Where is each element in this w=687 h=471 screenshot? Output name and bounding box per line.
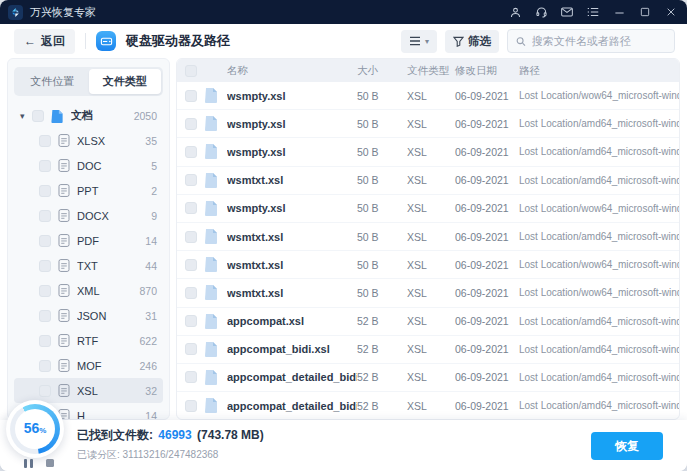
table-row[interactable]: wsmpty.xsl50 BXSL06-09-2021Lost Location… xyxy=(177,82,679,110)
col-header-type[interactable]: 文件类型 xyxy=(407,64,455,78)
file-type: XSL xyxy=(407,174,455,186)
table-row[interactable]: appcompat_detailed_bidi.txt52 BXSL06-09-… xyxy=(177,392,679,420)
feedback-list-icon[interactable] xyxy=(587,6,599,18)
checkbox[interactable] xyxy=(39,335,51,347)
table-row[interactable]: appcompat.xsl52 BXSL06-09-2021Lost Locat… xyxy=(177,308,679,336)
tree-item-ppt[interactable]: PPT2 xyxy=(14,178,163,203)
minimize-icon[interactable] xyxy=(613,6,625,18)
checkbox[interactable] xyxy=(185,174,197,186)
back-arrow-icon: ← xyxy=(24,34,36,48)
file-type: XSL xyxy=(407,259,455,271)
file-icon xyxy=(205,285,227,300)
table-row[interactable]: wsmtxt.xsl50 BXSL06-09-2021Lost Location… xyxy=(177,279,679,307)
checkbox[interactable] xyxy=(185,287,197,299)
checkbox[interactable] xyxy=(185,231,197,243)
file-size: 52 B xyxy=(357,400,407,412)
search-input[interactable] xyxy=(532,35,666,47)
tree-item-xml[interactable]: XML870 xyxy=(14,278,163,303)
checkbox[interactable] xyxy=(185,118,197,130)
back-button[interactable]: ← 返回 xyxy=(14,29,75,54)
close-icon[interactable] xyxy=(665,6,677,18)
checkbox[interactable] xyxy=(185,259,197,271)
tree-item-rtf[interactable]: RTF622 xyxy=(14,328,163,353)
file-size: 50 B xyxy=(357,146,407,158)
tree-item-count: 14 xyxy=(145,235,157,247)
file-type-icon xyxy=(58,159,70,172)
checkbox[interactable] xyxy=(185,90,197,102)
checkbox[interactable] xyxy=(185,400,197,412)
table-row[interactable]: wsmpty.xsl50 BXSL06-09-2021Lost Location… xyxy=(177,110,679,138)
checkbox[interactable] xyxy=(185,371,197,383)
file-date: 06-09-2021 xyxy=(455,231,519,243)
col-header-date[interactable]: 修改日期 xyxy=(455,64,519,78)
tree-item-docx[interactable]: DOCX9 xyxy=(14,203,163,228)
file-date: 06-09-2021 xyxy=(455,90,519,102)
checkbox[interactable] xyxy=(185,202,197,214)
search-box[interactable] xyxy=(507,29,675,53)
tree-item-count: 5 xyxy=(151,160,157,172)
checkbox[interactable] xyxy=(185,146,197,158)
file-path: Lost Location/amd64_microsoft-wind... xyxy=(519,316,679,327)
tree-item-count: 44 xyxy=(145,260,157,272)
col-header-name[interactable]: 名称 xyxy=(227,64,357,78)
checkbox[interactable] xyxy=(39,385,51,397)
file-icon xyxy=(205,201,227,216)
table-row[interactable]: wsmpty.xsl50 BXSL06-09-2021Lost Location… xyxy=(177,138,679,166)
tree-item-doc[interactable]: DOC5 xyxy=(14,153,163,178)
file-icon xyxy=(205,398,227,413)
table-row[interactable]: appcompat_detailed_bidi.xsl52 BXSL06-09-… xyxy=(177,364,679,392)
select-all-checkbox[interactable] xyxy=(185,65,197,77)
checkbox[interactable] xyxy=(39,185,51,197)
checkbox[interactable] xyxy=(39,135,51,147)
table-row[interactable]: wsmtxt.xsl50 BXSL06-09-2021Lost Location… xyxy=(177,251,679,279)
tree-item-xlsx[interactable]: XLSX35 xyxy=(14,128,163,153)
account-icon[interactable] xyxy=(509,6,521,18)
file-icon xyxy=(205,229,227,244)
tree-item-txt[interactable]: TXT44 xyxy=(14,253,163,278)
file-type: XSL xyxy=(407,400,455,412)
filter-button[interactable]: 筛选 xyxy=(445,30,499,53)
tab-file-type[interactable]: 文件类型 xyxy=(89,69,162,94)
maximize-icon[interactable] xyxy=(639,6,651,18)
view-mode-dropdown[interactable]: ▾ xyxy=(401,30,437,53)
checkbox[interactable] xyxy=(32,110,44,122)
checkbox[interactable] xyxy=(185,315,197,327)
file-name: appcompat_bidi.xsl xyxy=(227,343,357,355)
file-size: 50 B xyxy=(357,231,407,243)
stop-button[interactable] xyxy=(46,459,54,467)
checkbox[interactable] xyxy=(39,210,51,222)
tree-item-pdf[interactable]: PDF14 xyxy=(14,228,163,253)
tree-item-json[interactable]: JSON31 xyxy=(14,303,163,328)
table-row[interactable]: wsmtxt.xsl50 BXSL06-09-2021Lost Location… xyxy=(177,223,679,251)
tree-item-count: 2050 xyxy=(134,110,157,122)
checkbox[interactable] xyxy=(39,310,51,322)
back-label: 返回 xyxy=(41,33,65,50)
tab-file-location[interactable]: 文件位置 xyxy=(16,69,89,94)
pause-button[interactable] xyxy=(24,459,33,468)
file-type-tree: ▾ 文档 2050 XLSX35 DOC5 PPT2 DOCX9 PDF14 T… xyxy=(14,103,163,420)
checkbox[interactable] xyxy=(39,360,51,372)
col-header-path[interactable]: 路径 xyxy=(519,64,679,78)
checkbox[interactable] xyxy=(39,235,51,247)
file-path: Lost Location/wow64_microsoft-wind... xyxy=(519,90,679,101)
table-row[interactable]: appcompat_bidi.xsl52 BXSL06-09-2021Lost … xyxy=(177,336,679,364)
checkbox[interactable] xyxy=(185,343,197,355)
percent-sign: % xyxy=(39,426,46,435)
tree-item-label: DOCX xyxy=(77,210,151,222)
tree-item-mof[interactable]: MOF246 xyxy=(14,353,163,378)
support-headset-icon[interactable] xyxy=(535,6,547,18)
checkbox[interactable] xyxy=(39,160,51,172)
found-files-size: (743.78 MB) xyxy=(197,428,264,442)
checkbox[interactable] xyxy=(39,285,51,297)
file-path: Lost Location/wow64_microsoft-wind... xyxy=(519,287,679,298)
recover-button[interactable]: 恢复 xyxy=(591,432,663,460)
tree-item-documents[interactable]: ▾ 文档 2050 xyxy=(14,103,163,128)
table-row[interactable]: wsmtxt.xsl50 BXSL06-09-2021Lost Location… xyxy=(177,167,679,195)
col-header-size[interactable]: 大小 xyxy=(357,64,407,78)
tree-item-label: PDF xyxy=(77,235,145,247)
file-type: XSL xyxy=(407,90,455,102)
mail-icon[interactable] xyxy=(561,6,573,18)
caret-down-icon[interactable]: ▾ xyxy=(20,111,32,121)
checkbox[interactable] xyxy=(39,260,51,272)
table-row[interactable]: wsmpty.xsl50 BXSL06-09-2021Lost Location… xyxy=(177,195,679,223)
